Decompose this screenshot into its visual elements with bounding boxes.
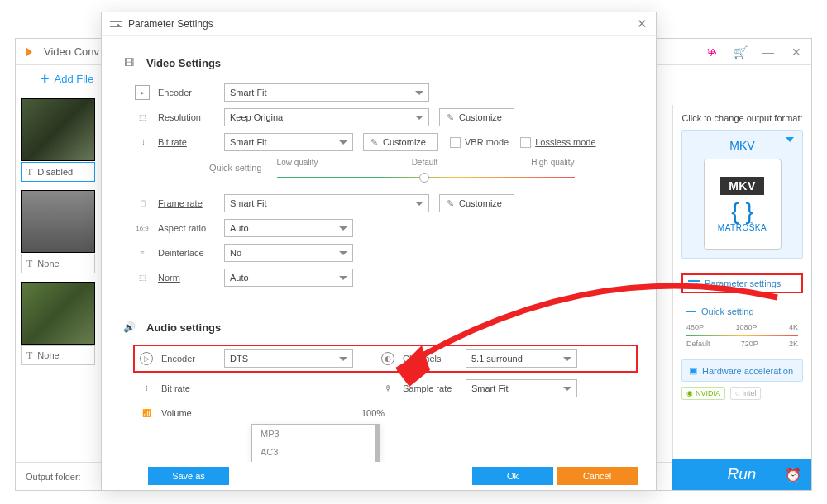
aspect-label: Aspect ratio	[158, 223, 224, 233]
bitrate-label: Bit rate	[158, 137, 224, 147]
intel-badge: ○ Intel	[730, 387, 761, 400]
bitrate-icon: ⁞⁞	[135, 135, 150, 150]
hardware-acceleration-toggle[interactable]: Hardware acceleration	[681, 359, 803, 382]
clip-subtitle-select[interactable]: Disabled	[21, 162, 95, 182]
quality-slider-area[interactable]: Low quality Default High quality	[277, 158, 575, 178]
dialog-close-button[interactable]: ✕	[637, 17, 648, 31]
save-as-button[interactable]: Save as	[148, 467, 229, 485]
volume-icon: 📶	[140, 407, 153, 420]
volume-label: Volume	[161, 408, 224, 418]
deinterlace-label: Deinterlace	[158, 248, 224, 258]
dropdown-item-eac3[interactable]: EAC3	[252, 461, 380, 462]
resolution-select[interactable]: Keep Original	[224, 108, 429, 126]
clip-subtitle-select[interactable]: None	[21, 254, 95, 273]
video-section-header: 🎞 Video Settings	[120, 55, 638, 70]
audio-bitrate-icon: ⁞	[140, 382, 153, 395]
app-title: Video Conv	[44, 45, 99, 58]
audio-bitrate-label: Bit rate	[161, 383, 224, 393]
cart-icon[interactable]: 🛒	[734, 45, 747, 59]
minimize-button[interactable]: —	[762, 45, 775, 59]
dialog-footer: Save as Ok Cancel	[102, 462, 656, 490]
app-logo-icon	[24, 45, 37, 59]
volume-percent: 100%	[361, 408, 385, 418]
close-button[interactable]: ✕	[790, 45, 803, 59]
output-panel: Click to change output format: MKV MKV {…	[672, 105, 811, 462]
audio-encoder-icon: ▷	[140, 352, 153, 365]
dropdown-item-ac3[interactable]: AC3	[252, 443, 380, 461]
framerate-select[interactable]: Smart Fit	[224, 194, 429, 212]
channels-label: Channels	[403, 354, 466, 364]
vbr-mode-checkbox[interactable]: VBR mode	[450, 137, 509, 148]
film-icon: 🎞	[120, 55, 138, 70]
resolution-icon: ⬚	[135, 110, 150, 125]
lossless-mode-checkbox[interactable]: Lossless mode	[520, 137, 595, 148]
framerate-customize-button[interactable]: Customize	[439, 194, 514, 212]
deinterlace-icon: ≡	[135, 245, 150, 260]
samplerate-icon: 🎙	[381, 382, 394, 395]
bitrate-select[interactable]: Smart Fit	[224, 133, 353, 151]
audio-encoder-dropdown: MP3 AC3 EAC3 DTS	[251, 424, 380, 462]
norm-label: Norm	[158, 273, 224, 283]
mkv-icon: MKV { } MATROŠKA	[704, 159, 782, 250]
alarm-icon[interactable]: ⏰	[785, 467, 801, 483]
clip-list: Disabled None None	[16, 93, 98, 365]
aspect-icon: 16:9	[135, 221, 150, 235]
channels-icon: ◐	[381, 352, 394, 365]
dropdown-item-mp3[interactable]: MP3	[252, 425, 380, 443]
add-files-button[interactable]: Add File	[41, 70, 93, 88]
quick-setting-label: Quick setting	[209, 163, 262, 173]
audio-section-header: 🔊 Audio settings	[120, 320, 638, 335]
audio-encoder-label: Encoder	[161, 354, 224, 364]
chevron-down-icon	[786, 137, 794, 142]
samplerate-select[interactable]: Smart Fit	[466, 379, 577, 397]
quick-setting-link[interactable]: Quick setting	[681, 305, 803, 318]
cancel-button[interactable]: Cancel	[557, 467, 638, 485]
add-files-label: Add File	[55, 73, 94, 85]
framerate-icon: ⎕	[135, 196, 150, 211]
dialog-title: Parameter Settings	[128, 18, 213, 30]
output-format-box[interactable]: MKV MKV { } MATROŠKA	[681, 130, 803, 259]
dialog-titlebar: Parameter Settings ✕	[102, 12, 656, 36]
samplerate-label: Sample rate	[403, 383, 466, 393]
channels-select[interactable]: 5.1 surround	[466, 349, 577, 368]
audio-encoder-select[interactable]: DTS	[224, 349, 353, 368]
key-icon[interactable]: ⅌	[705, 45, 719, 59]
bitrate-customize-button[interactable]: Customize	[363, 133, 438, 151]
aspect-select[interactable]: Auto	[224, 219, 353, 237]
encoder-icon: ▸	[135, 85, 150, 100]
framerate-label: Frame rate	[158, 198, 224, 208]
video-encoder-label: Encoder	[158, 88, 224, 97]
clip-subtitle-select[interactable]: None	[21, 345, 95, 365]
speaker-icon: 🔊	[120, 320, 138, 335]
clip-thumbnail[interactable]	[21, 190, 95, 253]
nvidia-badge: ◉ NVIDIA	[681, 387, 725, 400]
output-folder-label: Output folder:	[26, 472, 81, 482]
ok-button[interactable]: Ok	[472, 467, 553, 485]
clip-thumbnail[interactable]	[21, 282, 95, 345]
audio-encoder-row: ▷ Encoder DTS ◐ Channels 5.1 surround	[133, 345, 638, 373]
parameter-settings-link[interactable]: Parameter settings	[681, 273, 803, 293]
resolution-customize-button[interactable]: Customize	[439, 108, 514, 126]
norm-select[interactable]: Auto	[224, 269, 353, 287]
quick-setting-slider[interactable]: 480P1080P4K Default720P2K	[681, 323, 803, 348]
output-format-title: Click to change output format:	[681, 113, 803, 123]
format-name: MKV	[687, 136, 797, 159]
resolution-label: Resolution	[158, 112, 224, 122]
parameter-settings-dialog: Parameter Settings ✕ 🎞 Video Settings ▸ …	[101, 12, 657, 491]
settings-icon	[110, 21, 122, 27]
video-encoder-select[interactable]: Smart Fit	[224, 83, 429, 102]
norm-icon: ⬚	[135, 270, 150, 285]
quality-slider-thumb[interactable]	[419, 173, 429, 183]
clip-thumbnail[interactable]	[21, 98, 95, 161]
dropdown-scrollbar[interactable]	[375, 425, 380, 462]
deinterlace-select[interactable]: No	[224, 244, 353, 262]
